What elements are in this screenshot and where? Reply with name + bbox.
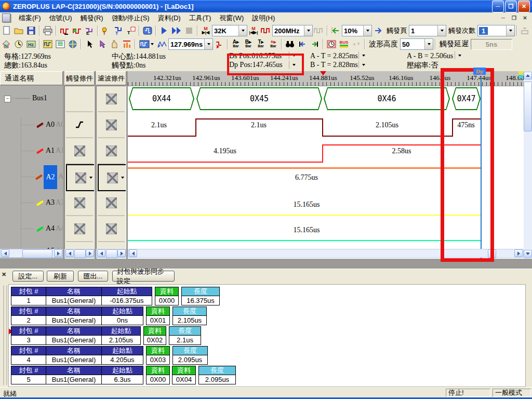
menu-run-stop[interactable]: 啓動/停止(S) [108,12,154,24]
frequency-dropdown-icon[interactable] [304,25,312,36]
add-bar-button[interactable]: +▸Bar [267,38,280,50]
filter-cell-a2-selected[interactable] [98,164,126,191]
packet-num[interactable]: 3 [11,335,46,345]
mdi-close-button[interactable]: ✕ [520,14,530,22]
packet-data[interactable]: 0X04 [172,375,196,384]
packet-num[interactable]: 2 [11,315,46,325]
trigger-hscrollbar[interactable] [64,249,95,258]
packet-start[interactable]: 4.205us [101,355,143,365]
find-button[interactable] [284,38,296,50]
cell-dropdown-icon[interactable] [121,177,124,179]
a-b-dropdown-icon[interactable] [455,51,464,59]
packet-data[interactable]: 0X01 [146,315,170,325]
dp-pos-dropdown-icon[interactable] [289,61,299,69]
packet-start[interactable]: 0ns [101,315,143,325]
packet-start[interactable]: 2.105us [101,335,141,345]
menu-help[interactable]: 說明(H) [248,12,279,24]
save-button[interactable] [25,25,37,37]
channel-row-bus1[interactable]: − Bus1 [0,86,63,112]
zoom-fit-button[interactable] [329,25,342,37]
menu-signal[interactable]: 信號(U) [45,12,76,24]
collapse-icon[interactable]: − [4,96,11,102]
bus-analyzer-button[interactable] [141,25,154,37]
frequency-combo[interactable]: 200MHz [272,25,313,36]
a-bar-button[interactable]: A▸Bar [230,38,242,50]
channel-row-a4[interactable]: A4 A4 [0,216,63,242]
dp-position-line[interactable] [481,78,482,259]
scroll-left-icon[interactable] [65,249,74,257]
channel-label[interactable]: A0 [46,121,55,129]
repeat-run-button[interactable] [170,25,183,37]
new-file-button[interactable] [0,25,12,37]
scroll-right-icon[interactable] [54,249,62,257]
pattern-trigger-button[interactable]: T [112,25,125,37]
sampling-setup-button[interactable] [58,25,71,37]
scroll-right-icon[interactable] [514,249,523,257]
run-button[interactable] [158,25,170,37]
scroll-down-icon[interactable] [524,250,532,258]
packet-name[interactable]: Bus1(General) [46,335,102,345]
packet-start[interactable]: -016.375us [101,296,152,305]
scroll-right-icon[interactable] [86,249,94,257]
memory-depth-combo[interactable]: 32K [212,25,247,36]
packet-name[interactable]: Bus1(General) [46,296,102,305]
scroll-thumb[interactable] [22,249,52,258]
packet-length[interactable]: 2.1us [169,335,201,345]
trigger-cell-a1[interactable] [66,138,93,164]
wave-style-button[interactable] [137,38,156,50]
panel-splitter[interactable] [3,285,7,385]
filter-cell-a1[interactable] [98,138,125,164]
channel-row-a3[interactable]: A3 A3 [0,190,63,216]
channel-label[interactable]: A3 [46,198,55,207]
export-button[interactable]: 匯出... [78,271,108,282]
trigger-count-dropdown-icon[interactable] [506,25,514,36]
trigger-cell-a0[interactable] [66,112,93,138]
trigger-page-combo[interactable]: 1 [409,25,446,36]
wave-height-combo[interactable]: 50 [400,38,433,50]
channel-label[interactable]: A4 [46,224,55,233]
channel-row-a2-selected[interactable]: A2 A2 [0,164,63,190]
prev-edge-button[interactable] [296,38,309,50]
memory-next-button[interactable]: M|◀▶| [247,25,260,37]
channel-row-a1[interactable]: A1 A1 [0,138,63,164]
refresh-button[interactable]: 刷新 [47,271,74,282]
packet-num[interactable]: 5 [11,375,46,384]
packet-data[interactable]: 0X00 [146,375,170,384]
waveform-pane[interactable]: 142.321us 142.961us 143.601us 144.241us … [128,71,524,259]
packet-data[interactable]: 0X03 [146,355,170,365]
menu-window[interactable]: 視窗(W) [215,12,248,24]
pointer-tool-button[interactable] [83,38,96,50]
scroll-left-icon[interactable] [97,249,105,257]
channel-label-selected[interactable]: A2 [44,165,57,189]
packet-num[interactable]: 1 [11,296,46,305]
packet-num[interactable]: 4 [11,355,46,365]
next-edge-button[interactable] [309,38,321,50]
packet-length[interactable]: 16.375us [181,296,220,305]
minimize-button[interactable]: ─ [492,1,504,12]
bus-segment[interactable]: 0X47 [452,87,481,110]
frequency-display-button[interactable]: Hz [25,38,37,50]
ds-pos-dropdown-icon[interactable] [289,51,299,59]
timebase-dropdown-icon[interactable] [204,39,212,49]
scroll-left-icon[interactable] [129,249,137,257]
bus-segment[interactable]: 0X44 [129,87,194,110]
memory-depth-dropdown-icon[interactable] [238,25,247,36]
statistics-button[interactable] [121,38,133,50]
sampling-signal-button[interactable] [260,25,272,37]
scroll-thumb[interactable] [74,249,86,258]
enable-setting-button[interactable]: E [83,25,96,37]
goto-trigger-button[interactable] [372,25,384,37]
panel-close-icon[interactable]: ✕ [2,271,6,278]
a-t-dropdown-icon[interactable] [358,51,368,59]
scroll-right-icon[interactable] [117,249,126,257]
filter-cell-a4[interactable] [98,216,125,242]
timebase-combo[interactable]: 127.969ns [168,38,213,50]
zoom-combo[interactable]: 10% [342,25,372,36]
filter-hscrollbar[interactable] [96,249,126,258]
mdi-minimize-button[interactable]: ─ [498,14,508,22]
filter-cell-a0[interactable] [98,112,125,138]
menu-trigger[interactable]: 觸發(R) [76,12,108,24]
trigger-cell-a4[interactable] [66,216,93,242]
filter-cell-bus1[interactable] [98,86,125,112]
packet-name[interactable]: Bus1(General) [46,355,102,365]
